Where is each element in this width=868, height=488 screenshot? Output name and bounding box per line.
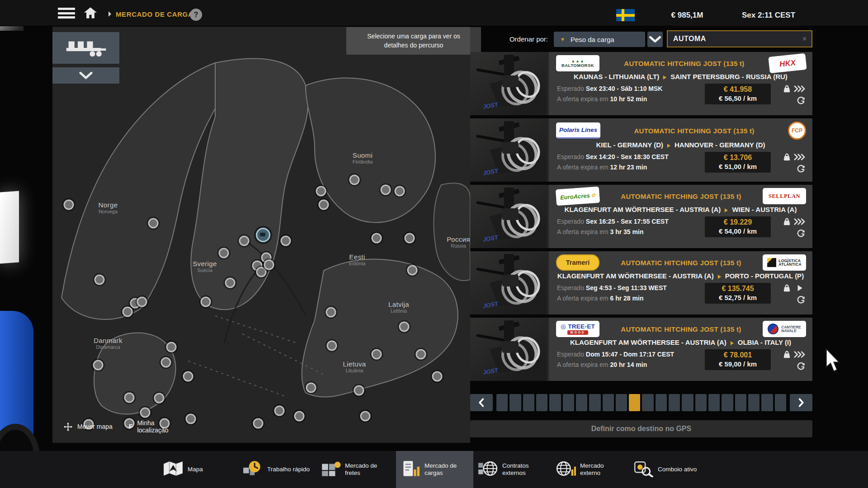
page-segment[interactable]: [682, 394, 693, 411]
city-marker[interactable]: [253, 418, 264, 429]
nav-item-freight-market[interactable]: Mercado de fretes: [316, 451, 394, 488]
menu-hamburger-icon[interactable]: [58, 8, 75, 19]
sort-dropdown[interactable]: ▼ Peso da carga: [554, 32, 645, 47]
nav-item-active-convoy[interactable]: Comboio ativo: [629, 451, 707, 488]
search-input[interactable]: AUTOMA ×: [667, 30, 812, 47]
page-segment[interactable]: [549, 394, 561, 411]
city-marker[interactable]: [316, 186, 326, 197]
page-segment[interactable]: [642, 394, 653, 411]
cargo-offer-card[interactable]: JOSTTrameriAUTOMATIC HITCHING JOST (135 …: [470, 251, 812, 314]
city-marker[interactable]: [154, 393, 165, 404]
city-marker[interactable]: [183, 371, 193, 382]
cargo-offer-card[interactable]: JOST◎ TREE-ETWOODAUTOMATIC HITCHING JOST…: [470, 318, 812, 381]
cargo-list-icon: [400, 460, 420, 477]
city-marker[interactable]: [148, 218, 159, 229]
cargo-offer-card[interactable]: JOSTEuroAcres✿AUTOMATIC HITCHING JOST (1…: [470, 185, 812, 248]
page-segment[interactable]: [509, 394, 521, 411]
page-segment[interactable]: [563, 394, 574, 411]
sail-emblem-icon: [768, 324, 778, 334]
price-per-km: € 59,00 / km: [705, 360, 771, 368]
city-marker[interactable]: [432, 371, 443, 382]
city-marker[interactable]: [94, 275, 105, 285]
city-marker[interactable]: [264, 260, 274, 270]
city-marker[interactable]: [381, 185, 391, 195]
page-segment[interactable]: [669, 394, 680, 411]
page-segment-current[interactable]: [629, 394, 640, 411]
world-map[interactable]: NorgeNoruegaSverigeSuéciaSuomiFinlândiaE…: [52, 27, 470, 443]
svg-text:JOST: JOST: [482, 101, 499, 110]
city-marker[interactable]: [186, 414, 196, 424]
city-marker[interactable]: [137, 297, 147, 307]
my-location-label[interactable]: Minha localização: [137, 419, 179, 434]
city-marker[interactable]: [372, 233, 382, 244]
city-marker[interactable]: [123, 307, 133, 317]
next-page-button[interactable]: [790, 394, 812, 411]
page-segment[interactable]: [656, 394, 667, 411]
city-marker[interactable]: [225, 278, 236, 288]
city-marker[interactable]: [201, 297, 211, 307]
wood-banner: WOOD: [567, 330, 589, 335]
cargo-offer-card[interactable]: JOST▲▲▲BALTOMORSKAUTOMATIC HITCHING JOST…: [470, 52, 812, 115]
city-marker[interactable]: [124, 393, 135, 403]
city-marker[interactable]: [239, 236, 250, 246]
page-segment[interactable]: [775, 394, 786, 411]
player-position-marker[interactable]: [256, 228, 270, 242]
cargo-offer-card[interactable]: JOSTPolaris LinesAUTOMATIC HITCHING JOST…: [470, 118, 812, 182]
city-marker[interactable]: [281, 236, 291, 246]
sort-expand-button[interactable]: [647, 32, 663, 47]
city-marker[interactable]: [319, 200, 329, 210]
page-segment[interactable]: [748, 394, 760, 411]
city-marker[interactable]: [416, 349, 426, 360]
cargo-title: AUTOMATIC HITCHING JOST (135 t): [600, 127, 788, 135]
page-segment[interactable]: [523, 394, 534, 411]
home-icon[interactable]: [83, 7, 98, 19]
nav-item-external-contracts[interactable]: Contratos externos: [474, 451, 551, 488]
circular-arrow-g-icon: [797, 362, 805, 371]
route-arrow-icon: [663, 75, 667, 80]
page-segment[interactable]: [536, 394, 547, 411]
nav-item-quick-job[interactable]: Trabalho rápido: [239, 451, 316, 488]
clear-search-icon[interactable]: ×: [802, 34, 811, 44]
page-segment[interactable]: [761, 394, 773, 411]
city-marker[interactable]: [326, 307, 336, 318]
nav-item-label: Trabalho rápido: [267, 466, 311, 473]
city-marker[interactable]: [161, 357, 171, 368]
help-icon[interactable]: ?: [190, 9, 202, 21]
globe-contracts-icon: [477, 460, 498, 477]
trailer-config-button[interactable]: [52, 32, 119, 64]
city-marker[interactable]: [306, 383, 316, 393]
page-segment[interactable]: [616, 394, 627, 411]
nav-item-map[interactable]: Mapa: [159, 451, 236, 488]
set-gps-destination-button[interactable]: Definir como destino no GPS: [470, 420, 812, 437]
city-marker[interactable]: [93, 360, 104, 371]
city-marker[interactable]: [395, 186, 405, 197]
previous-page-button[interactable]: [470, 394, 493, 411]
city-marker[interactable]: [405, 233, 415, 244]
city-marker[interactable]: [349, 175, 360, 185]
city-marker[interactable]: [407, 265, 418, 276]
city-marker[interactable]: [219, 248, 229, 258]
city-marker[interactable]: [399, 322, 410, 332]
page-segment[interactable]: [496, 394, 508, 411]
city-marker[interactable]: [294, 411, 305, 422]
city-marker[interactable]: [274, 406, 285, 416]
route-destination: OLBIA - ITALY (I): [738, 338, 791, 346]
city-marker[interactable]: [372, 349, 382, 360]
page-segment[interactable]: [576, 394, 587, 411]
page-segment[interactable]: [589, 394, 600, 411]
city-marker[interactable]: [354, 385, 364, 396]
page-segment[interactable]: [735, 394, 746, 411]
city-marker[interactable]: [327, 341, 337, 351]
page-segment[interactable]: [708, 394, 720, 411]
collapse-panel-button[interactable]: [52, 67, 119, 84]
city-marker[interactable]: [360, 411, 371, 422]
nav-item-external-market[interactable]: Mercado externo: [552, 451, 629, 488]
page-segment[interactable]: [695, 394, 707, 411]
city-marker[interactable]: [166, 342, 177, 352]
nav-item-cargo-market[interactable]: Mercado de cargas: [396, 451, 473, 488]
sender-company-logo: Polaris Lines: [556, 122, 600, 139]
page-segment[interactable]: [722, 394, 733, 411]
page-segment[interactable]: [603, 394, 614, 411]
recipient-company-logo: CANTIERENAVALE: [763, 321, 806, 337]
city-marker[interactable]: [64, 200, 74, 210]
